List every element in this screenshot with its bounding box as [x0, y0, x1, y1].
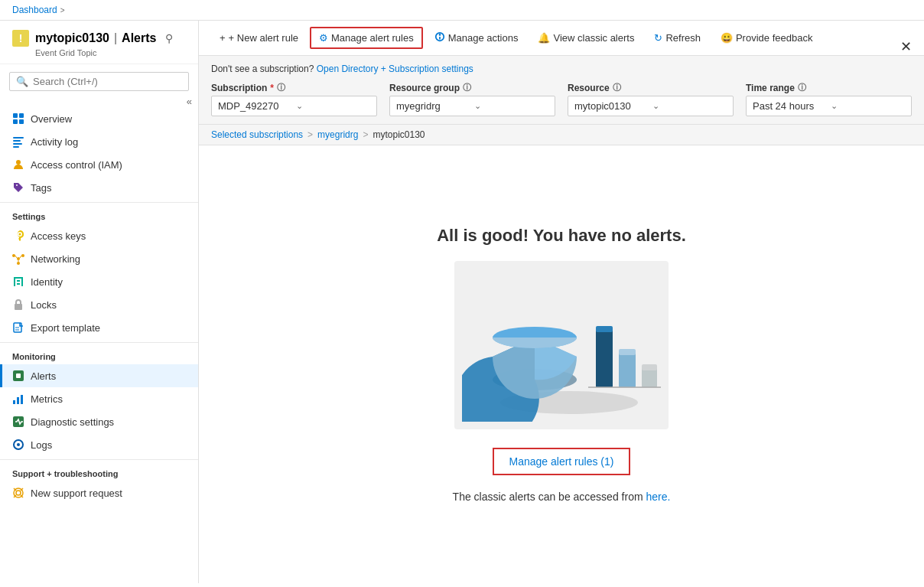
manage-actions-label: Manage actions	[448, 32, 519, 44]
nav-label-tags: Tags	[31, 182, 51, 194]
networking-icon	[12, 253, 24, 265]
nav-item-access-control[interactable]: Access control (IAM)	[0, 153, 198, 176]
diagnostic-icon	[12, 416, 24, 428]
nav-item-networking[interactable]: Networking	[0, 247, 198, 270]
time-range-chevron: ⌄	[831, 101, 906, 111]
metrics-icon	[12, 393, 24, 405]
svg-point-9	[17, 257, 20, 260]
resource-group-info-icon[interactable]: ⓘ	[463, 82, 471, 93]
svg-rect-23	[17, 397, 19, 404]
svg-rect-41	[619, 353, 636, 387]
provide-feedback-label: Provide feedback	[736, 32, 812, 44]
nav-label-support: New support request	[31, 488, 122, 499]
breadcrumb-bar: Dashboard >	[0, 0, 924, 21]
tags-icon	[12, 181, 24, 194]
iam-icon	[12, 158, 24, 171]
classic-alerts-link[interactable]: here.	[646, 491, 670, 503]
nav-item-overview[interactable]: Overview	[0, 107, 198, 130]
sidebar: ! mytopic0130|Alerts ⚲ Event Grid Topic …	[0, 21, 199, 583]
time-range-value: Past 24 hours	[753, 100, 828, 112]
view-classic-alerts-label: View classic alerts	[553, 32, 634, 44]
resource-info-icon[interactable]: ⓘ	[613, 82, 621, 93]
plus-icon: +	[220, 32, 226, 44]
time-range-filter-group: Time range ⓘ Past 24 hours ⌄	[746, 82, 912, 116]
svg-line-13	[20, 256, 21, 258]
no-subscription-message: Don't see a subscription? Open Directory…	[211, 64, 912, 74]
nav-item-identity[interactable]: Identity	[0, 270, 198, 293]
nav-item-new-support-request[interactable]: New support request	[0, 481, 198, 504]
close-button[interactable]: ✕	[900, 38, 912, 55]
export-template-icon	[12, 321, 24, 334]
nav-item-logs[interactable]: Logs	[0, 433, 198, 456]
main-content: All is good! You have no alerts.	[199, 145, 924, 583]
resource-icon: !	[12, 30, 29, 47]
support-icon	[12, 487, 24, 499]
provide-feedback-button[interactable]: 😀 Provide feedback	[712, 28, 821, 48]
time-range-info-icon[interactable]: ⓘ	[798, 82, 806, 93]
nav-item-diagnostic-settings[interactable]: Diagnostic settings	[0, 410, 198, 433]
subscription-chevron: ⌄	[296, 101, 371, 111]
svg-rect-5	[13, 140, 21, 142]
sidebar-header: ! mytopic0130|Alerts ⚲ Event Grid Topic	[0, 21, 198, 64]
nav-label-export-template: Export template	[31, 322, 100, 334]
resource-select[interactable]: mytopic0130 ⌄	[568, 96, 734, 116]
resource-group-value: myegridrg	[396, 100, 471, 112]
svg-rect-3	[19, 119, 24, 124]
svg-rect-24	[21, 395, 23, 404]
resource-value: mytopic0130	[574, 100, 649, 112]
subscription-filter-group: Subscription * ⓘ MDP_492270 ⌄	[211, 82, 377, 116]
view-classic-alerts-button[interactable]: 🔔 View classic alerts	[529, 28, 643, 48]
new-alert-rule-button[interactable]: + + New alert rule	[211, 28, 307, 48]
nav-item-metrics[interactable]: Metrics	[0, 387, 198, 410]
search-box[interactable]: 🔍	[9, 72, 189, 91]
nav-label-locks: Locks	[31, 299, 57, 311]
breadcrumb-sep: >	[60, 6, 65, 15]
svg-point-27	[17, 443, 20, 446]
nav-item-locks[interactable]: Locks	[0, 293, 198, 316]
identity-icon	[12, 276, 24, 288]
search-icon: 🔍	[16, 76, 28, 87]
nav-item-export-template[interactable]: Export template	[0, 316, 198, 339]
svg-rect-43	[642, 368, 657, 387]
classic-alerts-message: The classic alerts can be accessed from …	[453, 491, 671, 503]
svg-rect-0	[13, 113, 18, 118]
content-area: + + New alert rule ⚙ Manage alert rules …	[199, 21, 924, 583]
nav-label-access-keys: Access keys	[31, 230, 86, 242]
search-input[interactable]	[33, 76, 182, 87]
chart-illustration	[454, 261, 669, 429]
time-range-label: Time range ⓘ	[746, 82, 912, 93]
bell-icon: 🔔	[538, 32, 550, 44]
nav-item-access-keys[interactable]: Access keys	[0, 224, 198, 247]
nav-item-activity-log[interactable]: Activity log	[0, 130, 198, 153]
nav-label-diagnostic-settings: Diagnostic settings	[31, 416, 114, 428]
breadcrumb-dashboard[interactable]: Dashboard	[12, 5, 57, 15]
breadcrumb-selected-subscriptions[interactable]: Selected subscriptions	[211, 129, 303, 140]
alerts-icon	[12, 370, 24, 382]
manage-actions-icon	[434, 31, 445, 44]
svg-rect-39	[596, 330, 613, 387]
resource-type: Event Grid Topic	[35, 48, 186, 57]
nav-item-tags[interactable]: Tags	[0, 176, 198, 199]
nav-label-activity-log: Activity log	[31, 136, 78, 148]
resource-group-select[interactable]: myegridrg ⌄	[389, 96, 555, 116]
nav-label-overview: Overview	[31, 113, 72, 125]
subscription-select[interactable]: MDP_492270 ⌄	[211, 96, 377, 116]
breadcrumb-sep2: >	[363, 129, 368, 140]
manage-actions-button[interactable]: Manage actions	[426, 27, 527, 49]
resource-label: Resource ⓘ	[568, 82, 734, 93]
svg-rect-6	[13, 143, 22, 145]
subscription-info-icon[interactable]: ⓘ	[277, 82, 285, 93]
nav-label-alerts: Alerts	[31, 370, 56, 382]
collapse-sidebar-button[interactable]: «	[187, 96, 192, 107]
refresh-button[interactable]: ↻ Refresh	[646, 28, 709, 48]
nav-item-alerts[interactable]: Alerts	[0, 364, 198, 387]
time-range-select[interactable]: Past 24 hours ⌄	[746, 96, 912, 116]
pin-icon[interactable]: ⚲	[165, 32, 173, 44]
open-directory-link[interactable]: Open Directory + Subscription settings	[317, 64, 473, 74]
manage-alert-rules-link[interactable]: Manage alert rules (1)	[493, 448, 631, 475]
manage-alert-rules-button[interactable]: ⚙ Manage alert rules	[310, 27, 423, 49]
breadcrumb-myegridrg[interactable]: myegridrg	[317, 129, 358, 140]
svg-rect-42	[619, 349, 636, 355]
feedback-icon: 😀	[721, 32, 733, 44]
filters-row: Subscription * ⓘ MDP_492270 ⌄ Resource g…	[211, 82, 912, 116]
